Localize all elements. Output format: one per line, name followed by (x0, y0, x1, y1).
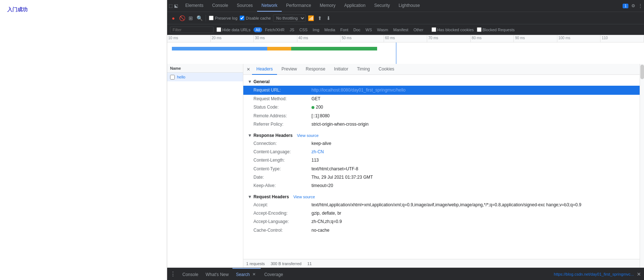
accept-encoding-key: Accept-Encoding: (253, 210, 311, 217)
tab-performance[interactable]: Performance (282, 0, 315, 12)
status-code-value: 200 (311, 104, 323, 111)
request-item-hello[interactable]: hello (167, 73, 243, 81)
tab-elements[interactable]: Elements (181, 0, 208, 12)
response-headers-view-source[interactable]: View source (297, 133, 319, 138)
inspect-icon[interactable]: ⬕ (174, 3, 178, 8)
hide-data-urls-checkbox[interactable]: Hide data URLs (216, 27, 251, 32)
detail-tab-initiator[interactable]: Initiator (330, 64, 352, 75)
blocked-requests-input[interactable] (477, 27, 482, 32)
detail-tab-headers[interactable]: Headers (252, 64, 277, 75)
content-length-key: Content-Length: (253, 157, 311, 164)
request-headers-section-header[interactable]: ▼ Request Headers View source (243, 193, 644, 201)
more-options-icon[interactable]: ⋮ (638, 3, 643, 8)
tab-console[interactable]: Console (208, 0, 232, 12)
bottom-close-button[interactable]: ✕ (637, 271, 641, 277)
upload-icon[interactable]: ⬆ (317, 15, 323, 21)
request-headers-label: Request Headers (253, 194, 289, 199)
filter-chip-img[interactable]: Img (310, 27, 321, 32)
request-method-key: Request Method: (253, 96, 311, 102)
remote-address-row: Remote Address: [::1]:8080 (243, 112, 644, 120)
content-language-key: Content-Language: (253, 149, 311, 155)
remote-address-value: [::1]:8080 (311, 113, 330, 119)
bottom-menu-icon[interactable]: ⋮ (170, 271, 176, 277)
detail-tabs: ✕ Headers Preview Response Initiator Tim… (243, 64, 644, 75)
disable-cache-input[interactable] (240, 16, 244, 20)
filter-chip-js[interactable]: JS (288, 27, 297, 32)
filter-chip-other[interactable]: Other (411, 27, 426, 32)
filter-chip-ws[interactable]: WS (363, 27, 374, 32)
tab-lighthouse[interactable]: Lighthouse (394, 0, 424, 12)
filter-chip-fetchxhr[interactable]: Fetch/XHR (263, 27, 287, 32)
device-toolbar-icon[interactable]: ⬚ (169, 3, 173, 8)
request-item-checkbox[interactable] (170, 75, 175, 80)
filter-chip-wasm[interactable]: Wasm (375, 27, 391, 32)
tab-security[interactable]: Security (370, 0, 394, 12)
bottom-tab-whatsnew[interactable]: What's New (202, 268, 232, 280)
blocked-cookies-input[interactable] (432, 27, 436, 32)
content-type-row: Content-Type: text/html;charset=UTF-8 (243, 165, 644, 173)
request-headers-view-source[interactable]: View source (293, 195, 315, 199)
notification-badge: 1 (623, 4, 628, 8)
wifi-icon[interactable]: 📶 (308, 15, 314, 21)
response-headers-label: Response Headers (253, 133, 293, 138)
throttling-select[interactable]: No throttling (273, 15, 306, 22)
search-icon[interactable]: 🔍 (196, 15, 203, 21)
tab-sources[interactable]: Sources (232, 0, 257, 12)
bottom-tab-console[interactable]: Console (179, 268, 202, 280)
tab-application[interactable]: Application (340, 0, 370, 12)
filter-input[interactable] (170, 27, 214, 33)
filter-chip-font[interactable]: Font (338, 27, 350, 32)
search-tab-close[interactable]: ✕ (251, 272, 257, 277)
download-icon[interactable]: ⬇ (325, 15, 332, 21)
settings-icon[interactable]: ⚙ (631, 3, 635, 8)
filter-chip-manifest[interactable]: Manifest (391, 27, 411, 32)
general-section-header[interactable]: ▼ General (243, 78, 644, 86)
bottom-tab-coverage[interactable]: Coverage (261, 268, 287, 280)
detail-tab-cookies[interactable]: Cookies (374, 64, 399, 75)
tick-30ms: 30 ms (254, 35, 297, 42)
waterfall-blue (172, 47, 267, 50)
page-title: 入门成功 (7, 7, 28, 13)
accept-row: Accept: text/html,application/xhtml+xml,… (243, 201, 644, 209)
status-bar: 1 requests 300 B transferred 11 (243, 259, 644, 268)
preserve-log-checkbox[interactable]: Preserve log (209, 16, 238, 20)
waterfall-bars (167, 46, 644, 51)
filter-chip-all[interactable]: All (253, 27, 262, 32)
timeline-ruler: 10 ms 20 ms 30 ms 40 ms 50 ms 60 ms 70 m… (167, 35, 644, 42)
bottom-tab-search[interactable]: Search ✕ (232, 268, 261, 280)
tick-110: 110 (600, 35, 644, 42)
tick-80ms: 80 ms (471, 35, 514, 42)
timeline-waterfall (167, 42, 644, 64)
tab-network[interactable]: Network (257, 0, 282, 12)
filter-icon[interactable]: ⊞ (187, 15, 194, 21)
blocked-cookies-checkbox[interactable]: Has blocked cookies (432, 27, 474, 32)
blocked-requests-checkbox[interactable]: Blocked Requests (477, 27, 515, 32)
accept-key: Accept: (253, 202, 311, 208)
bottom-link[interactable]: https://blog.csdn.net/day01_first_spring… (554, 272, 634, 276)
detail-tab-preview[interactable]: Preview (277, 64, 301, 75)
main-area: Name hello ✕ Headers Preview Response In… (167, 64, 644, 268)
scrollbar-thumb[interactable] (640, 65, 644, 79)
hide-data-urls-input[interactable] (216, 27, 221, 32)
filter-chip-doc[interactable]: Doc (351, 27, 363, 32)
detail-tab-timing[interactable]: Timing (352, 64, 374, 75)
waterfall-orange (267, 47, 291, 50)
request-url-value[interactable]: http://localhost:8080/day01_first_spring… (311, 87, 405, 94)
detail-tab-response[interactable]: Response (301, 64, 330, 75)
detail-close-button[interactable]: ✕ (245, 66, 252, 73)
filter-chip-media[interactable]: Media (322, 27, 338, 32)
tick-60ms: 60 ms (384, 35, 428, 42)
clear-button[interactable]: 🚫 (179, 15, 185, 21)
requests-count: 1 requests (246, 261, 265, 266)
preserve-log-input[interactable] (209, 16, 214, 20)
disable-cache-checkbox[interactable]: Disable cache (240, 16, 271, 20)
tab-memory[interactable]: Memory (315, 0, 340, 12)
response-headers-section-header[interactable]: ▼ Response Headers View source (243, 131, 644, 139)
request-item-name: hello (177, 75, 185, 79)
request-url-row: Request URL: http://localhost:8080/day01… (243, 86, 644, 95)
filter-chip-css[interactable]: CSS (297, 27, 310, 32)
record-button[interactable]: ● (170, 15, 177, 21)
keep-alive-value: timeout=20 (311, 182, 333, 189)
keep-alive-row: Keep-Alive: timeout=20 (243, 182, 644, 190)
content-length-row: Content-Length: 113 (243, 156, 644, 165)
